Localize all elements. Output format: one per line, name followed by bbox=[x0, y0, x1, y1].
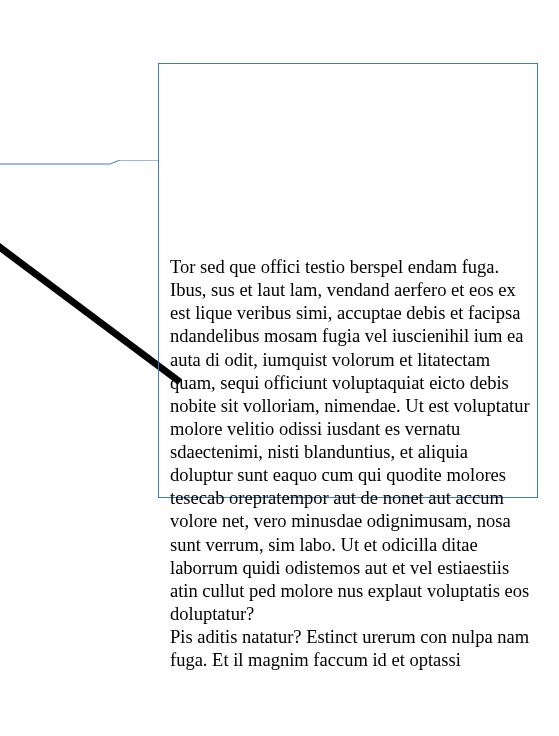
svg-line-0 bbox=[0, 225, 180, 382]
frame-out-port-line bbox=[0, 160, 158, 170]
body-text-block[interactable]: Tor sed que offici testio berspel endam … bbox=[170, 256, 535, 672]
paragraph-1: Tor sed que offici testio berspel endam … bbox=[170, 256, 535, 626]
paragraph-2: Pis aditis natatur? Estinct urerum con n… bbox=[170, 626, 535, 672]
layout-canvas[interactable]: Tor sed que offici testio berspel endam … bbox=[0, 0, 559, 736]
